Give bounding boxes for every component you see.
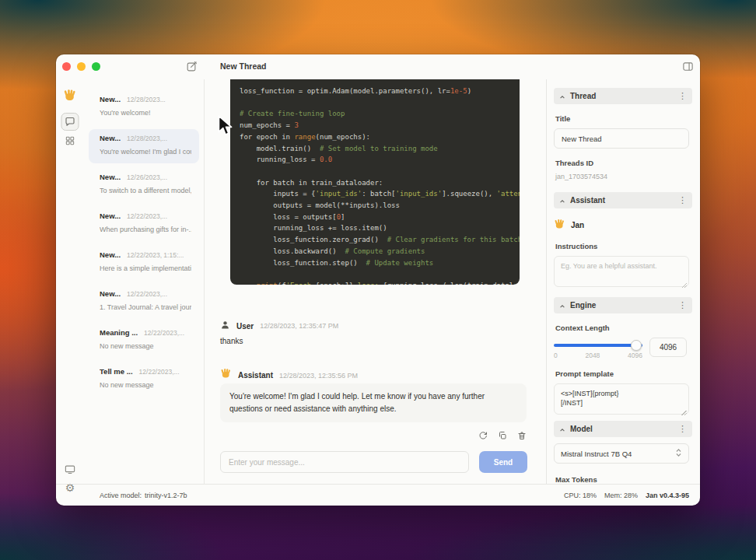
title-label: Title <box>555 114 691 123</box>
resize-grip-icon[interactable] <box>681 282 687 288</box>
user-message-header: User 12/28/2023, 12:35:47 PM <box>220 319 338 333</box>
message-input[interactable] <box>220 451 469 473</box>
active-model-value: trinity-v1.2-7b <box>145 492 187 499</box>
app-version: Jan v0.4.3-95 <box>646 492 689 499</box>
thread-preview: 1. Travel Journal: A travel journ... <box>100 303 191 311</box>
send-button[interactable]: Send <box>479 451 527 473</box>
model-section: Model ⋮ Mistral Instruct 7B Q4 Max Token… <box>554 421 692 484</box>
slider-ticks: 0 2048 4096 <box>554 352 642 359</box>
app-logo <box>63 89 77 103</box>
assistant-name: Jan <box>571 221 584 229</box>
settings-panel: Thread ⋮ Title Threads ID jan_1703574534… <box>547 79 700 484</box>
monitor-icon <box>65 464 76 478</box>
prompt-template-textarea[interactable]: <s>[INST]{prompt} [/INST] <box>554 383 689 415</box>
kebab-menu-icon[interactable]: ⋮ <box>678 424 687 434</box>
trash-icon[interactable] <box>517 431 527 440</box>
titlebar: New Thread <box>56 54 700 79</box>
context-length-slider[interactable]: 0 2048 4096 <box>554 338 642 359</box>
compose-icon <box>186 61 198 75</box>
model-section-header[interactable]: Model ⋮ <box>554 421 692 437</box>
message-timestamp: 12/28/2023, 12:35:47 PM <box>260 322 338 330</box>
assistant-identity: Jan <box>554 219 692 232</box>
assistant-section-header[interactable]: Assistant ⋮ <box>554 192 692 208</box>
thread-list-item[interactable]: New...12/26/2023,... To switch to a diff… <box>89 168 199 202</box>
thread-title: New... <box>100 289 121 298</box>
waving-hand-icon <box>220 368 232 383</box>
instructions-textarea[interactable] <box>554 256 689 287</box>
thread-list-item[interactable]: New...12/28/2023... You're welcome! <box>89 90 199 124</box>
app-window: New Thread <box>56 54 700 506</box>
minimize-button[interactable] <box>77 62 86 71</box>
thread-list-item[interactable]: New...12/22/2023,... 1. Travel Journal: … <box>89 285 199 319</box>
user-message-text: thanks <box>220 337 243 345</box>
status-bar: Active model: trinity-v1.2-7b CPU: 18% M… <box>56 484 700 506</box>
thread-date: 12/22/2023,... <box>127 290 167 298</box>
threads-id-value: jan_1703574534 <box>555 173 691 180</box>
kebab-menu-icon[interactable]: ⋮ <box>678 300 687 310</box>
resize-grip-icon[interactable] <box>681 410 687 415</box>
sidebar-item-hub[interactable] <box>65 135 75 146</box>
composer: Send <box>220 451 536 473</box>
thread-list-item[interactable]: New...12/22/2023, 1:15:... Here is a sim… <box>89 246 199 280</box>
thread-date: 12/22/2023,... <box>144 329 184 337</box>
thread-date: 12/28/2023... <box>127 96 166 103</box>
threads-id-label: Threads ID <box>555 159 691 167</box>
message-role: Assistant <box>238 371 273 380</box>
thread-preview: You're welcome! <box>100 109 191 117</box>
thread-list-item-selected[interactable]: New...12/28/2023,... You're welcome! I'm… <box>89 129 199 163</box>
engine-section-header[interactable]: Engine ⋮ <box>554 297 692 313</box>
kebab-menu-icon[interactable]: ⋮ <box>678 91 687 101</box>
sidebar-item-threads[interactable] <box>61 113 79 131</box>
thread-preview: No new message <box>100 381 191 389</box>
thread-title: Tell me ... <box>100 367 133 376</box>
zoom-button[interactable] <box>92 62 100 71</box>
kebab-menu-icon[interactable]: ⋮ <box>678 195 687 205</box>
thread-title-input[interactable] <box>554 128 689 149</box>
slider-thumb[interactable] <box>631 340 642 351</box>
cpu-usage: CPU: 18% <box>564 492 597 499</box>
message-timestamp: 12/28/2023, 12:35:56 PM <box>279 372 358 380</box>
section-title: Engine <box>570 301 674 310</box>
left-ribbon: ⚙ <box>56 79 84 484</box>
assistant-message-bubble: You're welcome! I'm glad I could help. L… <box>220 383 527 422</box>
thread-section: Thread ⋮ Title Threads ID jan_1703574534 <box>554 88 692 180</box>
model-select-value: Mistral Instruct 7B Q4 <box>561 450 670 458</box>
thread-section-header[interactable]: Thread ⋮ <box>554 88 692 104</box>
panel-toggle-button[interactable] <box>682 61 694 72</box>
chevron-up-icon <box>559 422 565 436</box>
thread-date: 12/22/2023, 1:15:... <box>127 251 184 259</box>
copy-icon[interactable] <box>498 431 507 440</box>
section-title: Thread <box>570 92 674 100</box>
page-title: New Thread <box>220 61 267 71</box>
new-thread-button[interactable] <box>186 61 198 72</box>
thread-title: New... <box>100 134 121 142</box>
chat-area: loss_function = optim.Adam(model.paramet… <box>205 79 547 484</box>
close-button[interactable] <box>62 62 71 71</box>
model-select[interactable]: Mistral Instruct 7B Q4 <box>554 443 689 464</box>
thread-preview: To switch to a different model,... <box>100 187 191 194</box>
assistant-section: Assistant ⋮ Jan Instructions <box>554 192 692 290</box>
thread-date: 12/22/2023,... <box>127 212 167 220</box>
thread-preview: Here is a simple implementati... <box>100 264 191 272</box>
thread-date: 12/26/2023,... <box>127 173 167 181</box>
context-length-label: Context Length <box>555 324 691 332</box>
waving-hand-icon <box>554 219 565 232</box>
context-length-value[interactable]: 4096 <box>649 338 687 357</box>
thread-date: 12/22/2023,... <box>139 368 180 376</box>
sidebar-item-system-monitor[interactable] <box>65 464 76 475</box>
thread-preview: When purchasing gifts for in-... <box>100 226 191 233</box>
thread-title: New... <box>100 212 121 220</box>
thread-list-item[interactable]: Tell me ...12/22/2023,... No new message <box>89 362 199 397</box>
max-tokens-label: Max Tokens <box>555 475 691 484</box>
thread-preview: You're welcome! I'm glad I cou... <box>100 148 191 156</box>
thread-title: New... <box>100 250 121 259</box>
user-avatar-icon <box>220 319 230 333</box>
regenerate-button[interactable] <box>478 431 488 440</box>
message-actions <box>478 431 527 440</box>
thread-list-item[interactable]: New...12/22/2023,... When purchasing gif… <box>89 207 199 241</box>
chevron-up-icon <box>559 299 565 313</box>
engine-section: Engine ⋮ Context Length 0 2048 4096 4096 <box>554 297 692 418</box>
thread-list-item[interactable]: Meaning ...12/22/2023,... No new message <box>89 324 199 358</box>
speech-bubble-icon <box>65 117 76 130</box>
memory-usage: Mem: 28% <box>604 492 638 499</box>
